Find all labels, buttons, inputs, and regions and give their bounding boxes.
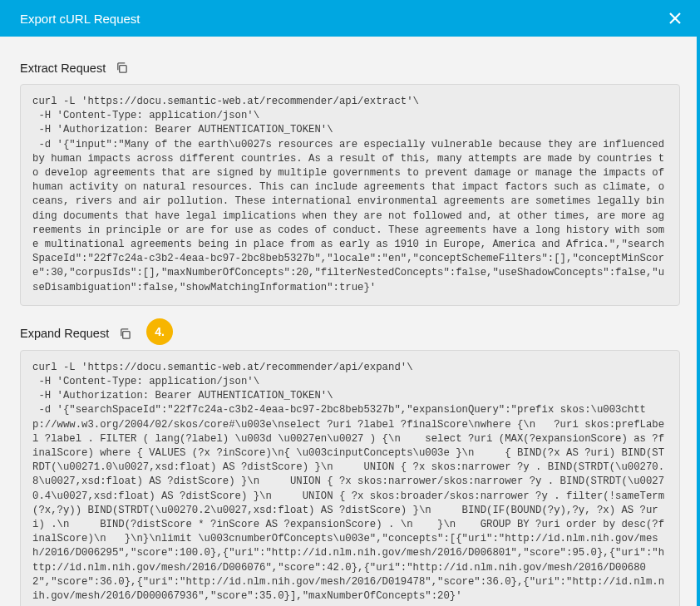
close-button[interactable] [663, 7, 687, 30]
export-curl-dialog: Export cURL Request Extract Request curl… [0, 0, 700, 606]
extract-section: Extract Request curl -L 'https://docu.se… [20, 60, 680, 306]
extract-section-header: Extract Request [20, 60, 680, 76]
expand-section-header: Expand Request 4. [20, 326, 680, 342]
extract-code[interactable]: curl -L 'https://docu.semantic-web.at/re… [20, 84, 680, 306]
copy-extract-button[interactable] [114, 60, 130, 76]
dialog-title: Export cURL Request [20, 12, 140, 26]
svg-rect-3 [123, 332, 130, 338]
close-icon [668, 12, 682, 25]
expand-code[interactable]: curl -L 'https://docu.semantic-web.at/re… [20, 350, 680, 606]
right-accent-bar [697, 37, 700, 606]
extract-title: Extract Request [20, 62, 106, 75]
dialog-content: Extract Request curl -L 'https://docu.se… [0, 37, 700, 606]
expand-title: Expand Request [20, 327, 109, 340]
svg-rect-2 [120, 66, 126, 72]
annotation-step-4: 4. [146, 318, 173, 345]
copy-icon [119, 328, 131, 340]
copy-icon [116, 62, 128, 74]
dialog-header: Export cURL Request [0, 0, 700, 37]
copy-expand-button[interactable] [117, 326, 133, 342]
expand-section: Expand Request 4. curl -L 'https://docu.… [20, 326, 680, 606]
